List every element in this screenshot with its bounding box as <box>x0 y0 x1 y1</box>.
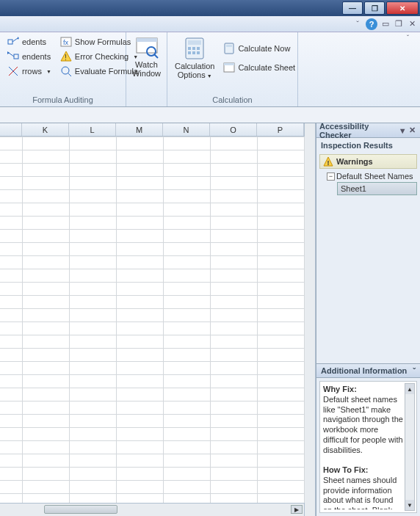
svg-rect-19 <box>188 40 201 45</box>
chevron-down-icon: ˇ <box>413 366 416 375</box>
svg-rect-0 <box>8 40 12 44</box>
scroll-thumb[interactable] <box>44 505 117 514</box>
column-header[interactable]: K <box>22 123 69 136</box>
watch-window-button[interactable]: Watch Window <box>131 34 162 79</box>
horizontal-scrollbar[interactable]: ▶ <box>0 503 304 516</box>
show-formulas-icon: fx <box>60 36 72 48</box>
ribbon: edents endents rrows▼ fx Show Formulas ! <box>0 32 420 107</box>
tree-item-selected[interactable]: Sheet1 <box>337 182 417 195</box>
pane-header: Accessibility Checker ▼ ✕ <box>316 123 420 138</box>
column-header[interactable]: P <box>257 123 304 136</box>
svg-rect-3 <box>14 54 18 59</box>
additional-info-body: Why Fix: Default sheet names like "Sheet… <box>319 381 417 513</box>
dropdown-icon: ▼ <box>207 73 212 79</box>
pane-title: Accessibility Checker <box>319 122 398 139</box>
svg-rect-15 <box>137 38 157 42</box>
svg-text:fx: fx <box>63 39 69 46</box>
evaluate-icon <box>60 65 72 77</box>
inspection-results-header: Inspection Results <box>316 138 420 153</box>
column-header[interactable]: O <box>210 123 257 136</box>
minimize-button[interactable]: — <box>342 1 363 15</box>
svg-rect-29 <box>224 63 234 65</box>
remove-arrows-button[interactable]: rrows▼ <box>4 65 54 78</box>
maximize-icon: ❐ <box>372 4 378 12</box>
pane-close-button[interactable]: ✕ <box>408 126 417 135</box>
column-header[interactable]: L <box>69 123 116 136</box>
svg-rect-23 <box>188 51 191 54</box>
column-headers: K L M N O P <box>0 123 304 137</box>
svg-text:!: ! <box>65 54 67 62</box>
group-label <box>131 94 162 106</box>
svg-line-4 <box>9 53 14 57</box>
group-label: Calculation <box>172 94 293 106</box>
restore-window-button[interactable]: ❐ <box>394 19 404 29</box>
pane-menu-button[interactable]: ▼ <box>398 126 408 135</box>
help-button[interactable]: ? <box>366 18 377 30</box>
scroll-up-button[interactable]: ▲ <box>405 384 414 394</box>
scroll-right-button[interactable]: ▶ <box>291 505 303 514</box>
info-scrollbar[interactable]: ▲ ▼ <box>405 383 415 511</box>
minimize-ribbon-button[interactable]: ▭ <box>380 19 391 29</box>
why-fix-text: Default sheet names like "Sheet1" make n… <box>323 395 403 454</box>
trace-dependents-button[interactable]: endents <box>4 50 54 63</box>
svg-line-1 <box>12 38 18 42</box>
collapse-icon[interactable]: − <box>327 172 335 181</box>
calc-options-label-2: Options <box>178 70 206 79</box>
accessibility-checker-pane: Accessibility Checker ▼ ✕ Inspection Res… <box>316 123 420 516</box>
remove-arrows-icon <box>7 65 19 77</box>
show-formulas-label: Show Formulas <box>75 37 131 46</box>
arrows-label: rrows <box>22 67 42 76</box>
window-titlebar: — ❐ ✕ <box>0 0 420 16</box>
customize-caret-icon[interactable]: ˇ <box>352 19 363 29</box>
additional-info-label: Additional Information <box>321 366 407 375</box>
calculate-now-label: Calculate Now <box>238 44 290 53</box>
scroll-down-button[interactable]: ▼ <box>405 500 414 510</box>
svg-rect-27 <box>226 45 232 47</box>
svg-rect-25 <box>197 51 200 54</box>
error-checking-label: Error Checking <box>75 52 128 61</box>
watch-label-1: Watch <box>135 60 158 69</box>
warnings-label: Warnings <box>336 157 373 166</box>
cells-area[interactable] <box>0 137 304 503</box>
ribbon-group-watch: Watch Window <box>126 32 167 106</box>
close-button[interactable]: ✕ <box>386 1 419 15</box>
how-to-fix-heading: How To Fix: <box>323 465 369 474</box>
calculate-sheet-button[interactable]: Calculate Sheet <box>220 61 298 74</box>
error-checking-icon: ! <box>60 51 72 62</box>
svg-rect-21 <box>192 47 195 50</box>
collapse-ribbon-button[interactable]: ˇ <box>407 34 417 44</box>
maximize-button[interactable]: ❐ <box>364 1 385 15</box>
svg-rect-24 <box>192 51 195 54</box>
calculation-options-button[interactable]: Calculation Options▼ <box>172 35 217 81</box>
how-to-fix-text: Sheet names should provide information a… <box>323 476 397 509</box>
warnings-header[interactable]: ! Warnings <box>319 154 417 169</box>
watch-window-icon <box>135 35 159 59</box>
dependents-label: endents <box>22 52 51 61</box>
svg-marker-2 <box>18 37 19 40</box>
svg-text:!: ! <box>327 159 330 167</box>
close-workbook-button[interactable]: ✕ <box>407 19 417 29</box>
ribbon-group-calculation: Calculation Options▼ Calculate Now Calcu… <box>167 32 298 106</box>
trace-precedents-button[interactable]: edents <box>4 35 54 48</box>
column-header[interactable]: N <box>163 123 210 136</box>
column-header[interactable]: M <box>116 123 163 136</box>
precedents-label: edents <box>22 37 46 46</box>
svg-line-13 <box>68 73 71 76</box>
minimize-icon: — <box>349 4 356 12</box>
main-area: K L M N O P ▶ Accessibility Checker ▼ ✕ … <box>0 123 420 516</box>
column-header[interactable] <box>0 123 22 136</box>
additional-info-header[interactable]: Additional Information ˇ <box>316 363 420 378</box>
calculate-sheet-icon <box>223 62 235 73</box>
calc-options-label-1: Calculation <box>175 62 214 70</box>
calculation-options-icon <box>183 37 206 60</box>
vertical-scrollbar[interactable] <box>304 123 316 516</box>
calculate-now-button[interactable]: Calculate Now <box>220 42 298 55</box>
tree-node[interactable]: − Default Sheet Names <box>316 170 420 182</box>
watch-label-2: Window <box>132 69 161 78</box>
group-label: Formula Auditing <box>4 94 121 106</box>
tree-node-label: Default Sheet Names <box>336 172 413 181</box>
ribbon-group-formula-auditing: edents endents rrows▼ fx Show Formulas ! <box>0 32 126 106</box>
worksheet-grid: K L M N O P ▶ <box>0 123 304 516</box>
precedents-icon <box>7 36 19 48</box>
warning-icon: ! <box>323 156 333 167</box>
